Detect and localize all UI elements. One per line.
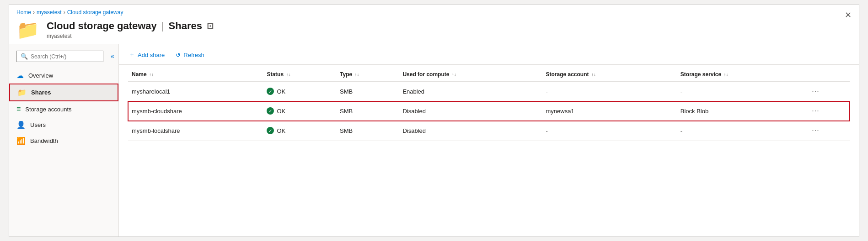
sort-storage-service-icon: ↑↓ <box>724 72 729 77</box>
cell-status: ✓ OK <box>263 82 336 101</box>
sidebar-label-overview: Overview <box>28 72 53 79</box>
col-compute[interactable]: Used for compute ↑↓ <box>399 67 542 82</box>
header-title-block: Cloud storage gateway | Shares ⊡ myasete… <box>47 20 214 39</box>
sidebar-item-users[interactable]: 👤 Users <box>9 117 118 133</box>
search-box[interactable]: 🔍 <box>16 51 103 62</box>
toolbar: ＋ Add share ↺ Refresh <box>119 44 859 65</box>
sort-storage-account-icon: ↑↓ <box>591 72 596 77</box>
add-share-label: Add share <box>138 52 165 58</box>
header-title: Cloud storage gateway | Shares ⊡ <box>47 20 214 32</box>
db-icon: ≡ <box>16 105 21 113</box>
header: 📁 Cloud storage gateway | Shares ⊡ myase… <box>9 17 859 44</box>
plus-icon: ＋ <box>129 51 135 59</box>
sort-compute-icon: ↑↓ <box>452 72 456 77</box>
breadcrumb-sep2: › <box>64 9 65 16</box>
cell-storage-account: - <box>542 82 676 101</box>
search-input[interactable] <box>31 53 99 60</box>
more-actions-button[interactable]: ··· <box>810 106 821 116</box>
cell-type: SMB <box>336 101 399 121</box>
cell-actions[interactable]: ··· <box>806 101 850 121</box>
main-window: Home › myasetest › Cloud storage gateway… <box>9 4 859 237</box>
cell-name: mysmb-cloudshare <box>128 101 263 121</box>
more-actions-button[interactable]: ··· <box>810 126 821 136</box>
check-icon: ✓ <box>267 107 274 115</box>
sidebar-label-storage-accounts: Storage accounts <box>25 106 71 113</box>
cell-storage-account: mynewsa1 <box>542 101 676 121</box>
sort-type-icon: ↑↓ <box>355 72 359 77</box>
sort-status-icon: ↑↓ <box>286 72 290 77</box>
cell-status: ✓ OK <box>263 121 336 141</box>
check-icon: ✓ <box>267 88 274 95</box>
cell-storage-service: Block Blob <box>677 101 806 121</box>
sidebar-label-bandwidth: Bandwidth <box>30 137 58 144</box>
col-storage-service[interactable]: Storage service ↑↓ <box>677 67 806 82</box>
breadcrumb-current[interactable]: Cloud storage gateway <box>67 9 123 16</box>
cell-name: mysharelocal1 <box>128 82 263 101</box>
col-type[interactable]: Type ↑↓ <box>336 67 399 82</box>
cell-compute: Enabled <box>399 82 542 101</box>
sidebar: 🔍 « ☁ Overview 📁 Shares ≡ Storage accoun… <box>9 44 119 236</box>
table-row[interactable]: mysmb-localshare✓ OKSMBDisabled--··· <box>128 121 850 141</box>
cell-actions[interactable]: ··· <box>806 121 850 141</box>
col-status[interactable]: Status ↑↓ <box>263 67 336 82</box>
refresh-icon: ↺ <box>176 52 181 58</box>
col-storage-account[interactable]: Storage account ↑↓ <box>542 67 676 82</box>
cell-storage-service: - <box>677 121 806 141</box>
refresh-button[interactable]: ↺ Refresh <box>175 50 205 60</box>
add-share-button[interactable]: ＋ Add share <box>128 49 166 61</box>
table-row[interactable]: mysmb-cloudshare✓ OKSMBDisabledmynewsa1B… <box>128 101 850 121</box>
breadcrumb: Home › myasetest › Cloud storage gateway <box>9 5 859 17</box>
header-pipe: | <box>161 20 164 32</box>
sidebar-label-shares: Shares <box>31 89 51 96</box>
close-button[interactable]: ✕ <box>845 11 852 19</box>
shares-table: Name ↑↓ Status ↑↓ Type ↑↓ <box>128 67 850 141</box>
cell-storage-service: - <box>677 82 806 101</box>
user-icon: 👤 <box>16 120 26 129</box>
search-row: 🔍 « <box>13 46 115 66</box>
col-actions <box>806 67 850 82</box>
wifi-icon: 📶 <box>16 136 26 145</box>
folder-icon: 📁 <box>16 21 39 39</box>
sidebar-item-bandwidth[interactable]: 📶 Bandwidth <box>9 133 118 149</box>
folder-nav-icon: 📁 <box>17 88 27 97</box>
breadcrumb-sep1: › <box>33 9 35 16</box>
cloud-icon: ☁ <box>16 71 24 80</box>
sidebar-label-users: Users <box>30 121 46 128</box>
cell-compute: Disabled <box>399 121 542 141</box>
more-actions-button[interactable]: ··· <box>810 86 821 96</box>
breadcrumb-myasetest[interactable]: myasetest <box>37 9 62 16</box>
sidebar-item-storage-accounts[interactable]: ≡ Storage accounts <box>9 101 118 117</box>
breadcrumb-home[interactable]: Home <box>16 9 31 16</box>
header-subtitle: myasetest <box>47 33 214 39</box>
table-header-row: Name ↑↓ Status ↑↓ Type ↑↓ <box>128 67 850 82</box>
main-area: 🔍 « ☁ Overview 📁 Shares ≡ Storage accoun… <box>9 44 859 236</box>
refresh-label: Refresh <box>183 52 204 58</box>
col-name[interactable]: Name ↑↓ <box>128 67 263 82</box>
header-app-name: Cloud storage gateway <box>47 20 157 32</box>
check-icon: ✓ <box>267 127 274 134</box>
portal-icon[interactable]: ⊡ <box>207 21 214 31</box>
table-row[interactable]: mysharelocal1✓ OKSMBEnabled--··· <box>128 82 850 101</box>
table-area: Name ↑↓ Status ↑↓ Type ↑↓ <box>119 65 859 236</box>
cell-actions[interactable]: ··· <box>806 82 850 101</box>
sidebar-item-overview[interactable]: ☁ Overview <box>9 68 118 84</box>
cell-type: SMB <box>336 82 399 101</box>
sidebar-item-shares[interactable]: 📁 Shares <box>9 84 118 101</box>
cell-storage-account: - <box>542 121 676 141</box>
search-icon: 🔍 <box>21 53 28 60</box>
content-area: ＋ Add share ↺ Refresh Name ↑↓ <box>119 44 859 236</box>
cell-type: SMB <box>336 121 399 141</box>
header-section-name: Shares <box>169 20 202 32</box>
collapse-button[interactable]: « <box>111 52 114 60</box>
cell-name: mysmb-localshare <box>128 121 263 141</box>
cell-status: ✓ OK <box>263 101 336 121</box>
sort-name-icon: ↑↓ <box>149 72 154 77</box>
cell-compute: Disabled <box>399 101 542 121</box>
